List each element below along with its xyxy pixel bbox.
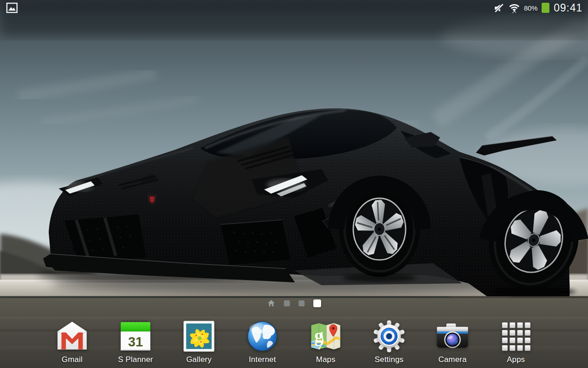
app-label: Gallery [186, 355, 211, 364]
gmail-icon [56, 320, 89, 353]
app-settings[interactable]: Settings [357, 320, 421, 364]
svg-text:31: 31 [128, 334, 143, 349]
screenshot-captured-icon[interactable] [6, 2, 18, 14]
maps-icon: g [309, 320, 342, 353]
page-dot-2[interactable] [284, 300, 290, 306]
dock: Gmail 31 S Planner [40, 320, 548, 364]
battery-percent: 80% [524, 4, 537, 12]
app-internet[interactable]: Internet [231, 320, 294, 364]
status-bar: 80% 09:41 [0, 0, 588, 16]
app-camera[interactable]: Camera [421, 320, 484, 364]
s-planner-icon: 31 [119, 320, 152, 353]
settings-icon [373, 320, 406, 353]
camera-icon [436, 320, 469, 353]
app-label: S Planner [118, 355, 153, 364]
app-label: Camera [438, 355, 467, 364]
gallery-icon [182, 320, 215, 353]
app-s-planner[interactable]: 31 S Planner [104, 320, 167, 364]
page-indicator [0, 297, 588, 309]
home-icon[interactable] [267, 299, 275, 307]
app-gallery[interactable]: Gallery [167, 320, 231, 364]
app-maps[interactable]: g Maps [294, 320, 357, 364]
page-dot-3[interactable] [299, 300, 305, 306]
battery-icon [542, 3, 549, 13]
clock: 09:41 [554, 2, 582, 14]
android-home-screen: 80% 09:41 Gmail [0, 0, 588, 368]
svg-text:g: g [314, 326, 323, 346]
app-label: Settings [374, 355, 403, 364]
app-label: Apps [507, 355, 525, 364]
wallpaper-black-supercar [0, 0, 588, 368]
internet-icon [246, 320, 279, 353]
app-gmail[interactable]: Gmail [40, 320, 104, 364]
app-label: Maps [316, 355, 335, 364]
wallpaper-illustration [0, 0, 588, 368]
apps-icon [499, 320, 532, 353]
app-apps-drawer[interactable]: Apps [484, 320, 548, 364]
wifi-icon [508, 2, 520, 14]
mute-icon [493, 2, 505, 14]
page-dot-active[interactable] [313, 299, 321, 307]
app-label: Gmail [62, 355, 82, 364]
app-label: Internet [249, 355, 276, 364]
